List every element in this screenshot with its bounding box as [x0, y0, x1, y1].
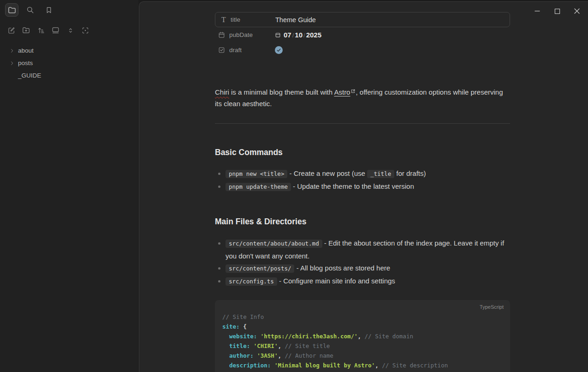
section-basic-commands: Basic Commands pnpm new <title> - Create… [215, 147, 510, 193]
inline-code: src/config.ts [226, 277, 277, 286]
tree-item-about[interactable]: about [0, 44, 138, 57]
code-block: TypeScript // Site Infosite: { website: … [215, 300, 510, 372]
title-field-label: title [231, 16, 240, 23]
sidebar: about posts _GUIDE [0, 0, 138, 372]
tree-item-label: posts [18, 60, 33, 66]
close-icon [574, 8, 580, 14]
files-tab-button[interactable] [5, 3, 18, 17]
calendar-small-icon [275, 32, 281, 38]
tree-item-posts[interactable]: posts [0, 57, 138, 69]
sort-button[interactable] [36, 26, 45, 35]
title-field-value[interactable]: Theme Guide [275, 16, 316, 24]
editor-panel: T title Theme Guide pubDate 07/10/2025 [139, 1, 588, 372]
chevron-right-icon [9, 48, 15, 54]
frontmatter-title-field[interactable]: T title Theme Guide [215, 12, 510, 27]
list-item: pnpm new <title> - Create a new post (us… [215, 168, 510, 180]
inline-code: src/content/about/about.md [226, 240, 322, 248]
panel-layout-button[interactable] [51, 26, 60, 35]
draft-field-label: draft [229, 47, 242, 54]
folder-icon [7, 6, 17, 15]
compose-icon [7, 26, 16, 35]
external-link-icon [350, 89, 356, 94]
section-heading: Main Files & Directories [215, 216, 510, 227]
date-separator: / [303, 32, 306, 39]
search-icon [26, 6, 35, 14]
section-main-files: Main Files & Directories src/content/abo… [215, 216, 510, 288]
bookmarks-tab-button[interactable] [42, 3, 55, 17]
title-field-icon: T [220, 16, 227, 24]
tree-item-label: _GUIDE [18, 72, 41, 79]
checkbox-icon [218, 46, 226, 54]
code-language-label: TypeScript [222, 304, 504, 311]
document-content: T title Theme Guide pubDate 07/10/2025 [215, 2, 510, 372]
window-controls [530, 5, 584, 18]
bullet-list: src/content/about/about.md - Edit the ab… [215, 237, 510, 288]
list-item: src/content/posts/ - All blog posts are … [215, 262, 510, 275]
sidebar-toolbar [0, 26, 138, 35]
new-note-button[interactable] [7, 26, 16, 35]
minimize-button[interactable] [530, 5, 544, 18]
expand-collapse-icon [67, 27, 74, 34]
code-content: // Site Infosite: { website: 'https://ch… [222, 312, 504, 372]
minimize-icon [534, 8, 540, 14]
frontmatter-pubdate-field: pubDate 07/10/2025 [215, 27, 510, 42]
expand-collapse-button[interactable] [66, 26, 75, 35]
list-item: pnpm update-theme - Update the theme to … [215, 180, 510, 193]
check-icon [276, 48, 281, 53]
new-folder-icon [22, 26, 30, 35]
inline-code: _title [367, 170, 394, 178]
list-item: src/config.ts - Configure main site info… [215, 275, 510, 288]
tree-item-guide[interactable]: _GUIDE [0, 69, 138, 82]
sort-ascending-icon [37, 26, 45, 35]
maximize-button[interactable] [550, 5, 564, 18]
close-button[interactable] [570, 5, 584, 18]
misspelled-word: Chiri [215, 88, 229, 96]
frontmatter-draft-field: draft [215, 42, 510, 58]
inline-code: pnpm new <title> [226, 170, 287, 178]
date-month[interactable]: 07 [284, 31, 291, 39]
chevron-right-icon [9, 60, 15, 66]
astro-link[interactable]: Astro [334, 88, 350, 96]
tree-item-label: about [18, 47, 34, 54]
inline-code: pnpm update-theme [226, 183, 291, 191]
intro-text: is a minimal blog theme built with [229, 88, 334, 96]
list-item: src/content/about/about.md - Edit the ab… [215, 237, 510, 262]
horizontal-rule [215, 123, 510, 124]
maximize-icon [554, 8, 560, 14]
panel-icon [51, 26, 60, 35]
calendar-icon [218, 31, 226, 39]
section-heading: Basic Commands [215, 147, 510, 158]
focus-mode-button[interactable] [81, 26, 89, 35]
focus-icon [81, 26, 89, 35]
file-tree: about posts _GUIDE [0, 44, 138, 82]
bookmark-icon [45, 6, 53, 14]
astro-link-label: Astro [334, 88, 350, 96]
pubdate-field-label: pubDate [229, 31, 253, 38]
new-folder-button[interactable] [22, 26, 30, 35]
intro-paragraph: Chiri is a minimal blog theme built with… [215, 87, 510, 109]
bullet-list: pnpm new <title> - Create a new post (us… [215, 168, 510, 193]
search-tab-button[interactable] [24, 3, 37, 17]
pubdate-field-value[interactable]: 07/10/2025 [275, 31, 321, 39]
date-day[interactable]: 10 [295, 31, 303, 39]
inline-code: src/content/posts/ [226, 264, 294, 273]
draft-toggle[interactable] [275, 46, 283, 54]
sidebar-tab-bar [0, 0, 138, 17]
date-year[interactable]: 2025 [306, 31, 321, 39]
